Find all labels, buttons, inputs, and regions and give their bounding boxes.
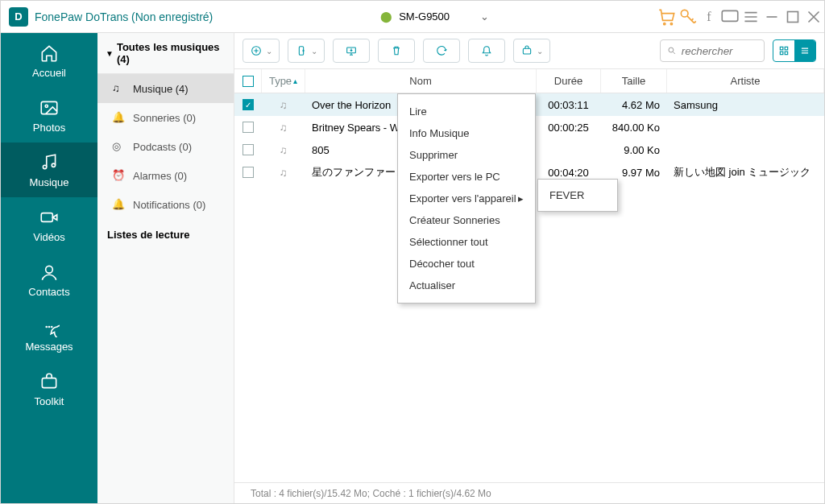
to-pc-button[interactable] — [333, 39, 370, 63]
list-view-icon[interactable] — [794, 40, 815, 61]
svg-point-8 — [52, 163, 55, 167]
context-menu-item[interactable]: Sélectionner tout — [398, 231, 535, 253]
search-input[interactable] — [682, 45, 757, 57]
table-body: ♫ Over the Horizon 00:03:11 4.62 Mo Sams… — [234, 93, 824, 482]
nav-videos[interactable]: Vidéos — [1, 197, 97, 252]
context-menu-item[interactable]: Info Musique — [398, 122, 535, 144]
cell-duree — [537, 138, 601, 161]
status-bar: Total : 4 fichier(s)/15.42 Mo; Coché : 1… — [234, 482, 824, 503]
facebook-icon[interactable]: f — [699, 6, 719, 27]
feedback-icon[interactable] — [719, 6, 740, 27]
add-button[interactable]: ⌄ — [243, 39, 280, 63]
nav-toolkit[interactable]: Toolkit — [1, 361, 97, 416]
context-menu-item[interactable]: Décocher tout — [398, 253, 535, 275]
music-icon: ♫ — [280, 144, 288, 156]
subnav-item[interactable]: 🔔Sonneries (0) — [97, 103, 234, 132]
chevron-right-icon: ▸ — [518, 192, 524, 204]
title-bar: D FonePaw DoTrans (Non enregistré) ⬤ SM-… — [1, 1, 824, 33]
left-nav: Accueil Photos Musique Vidéos Contacts M… — [1, 33, 97, 503]
ringtone-button[interactable] — [468, 39, 505, 63]
header-checkbox[interactable] — [234, 69, 262, 93]
nav-messages[interactable]: Messages — [1, 307, 97, 361]
category-icon: ⏰ — [112, 169, 125, 182]
context-menu-item[interactable]: Créateur Sonneries — [398, 209, 535, 231]
maximize-icon[interactable] — [782, 6, 803, 27]
nav-musique[interactable]: Musique — [1, 143, 97, 197]
svg-rect-22 — [780, 52, 783, 55]
minimize-icon[interactable] — [761, 6, 782, 27]
context-menu-item[interactable]: Supprimer — [398, 144, 535, 166]
delete-button[interactable] — [378, 39, 415, 63]
subnav-header[interactable]: ▼Toutes les musiques (4) — [97, 33, 234, 74]
category-icon: 🔔 — [112, 111, 125, 124]
category-icon: ◎ — [112, 140, 125, 153]
playlists-section: Listes de lecture — [97, 219, 234, 250]
row-checkbox[interactable] — [243, 167, 254, 178]
subnav-item[interactable]: ⏰Alarmes (0) — [97, 161, 234, 190]
search-icon — [667, 45, 677, 56]
android-icon: ⬤ — [380, 10, 392, 23]
toolbar: ⌄ ⌄ ⌄ — [234, 33, 824, 69]
svg-rect-5 — [41, 101, 57, 114]
header-taille[interactable]: Taille — [601, 69, 667, 93]
chevron-down-icon: ⌄ — [480, 10, 489, 23]
refresh-button[interactable] — [423, 39, 460, 63]
row-checkbox[interactable] — [243, 144, 254, 155]
svg-rect-21 — [785, 47, 788, 50]
svg-point-10 — [46, 266, 53, 273]
svg-point-2 — [681, 10, 688, 17]
subnav-item[interactable]: ◎Podcasts (0) — [97, 132, 234, 161]
context-menu-item[interactable]: Exporter vers l'appareil▸ — [398, 188, 535, 209]
cell-taille: 840.00 Ko — [601, 116, 667, 138]
view-toggle[interactable] — [773, 39, 816, 62]
svg-point-7 — [43, 165, 46, 168]
header-name[interactable]: Nom — [305, 69, 537, 93]
context-menu-item[interactable]: Lire — [398, 101, 535, 122]
svg-point-1 — [670, 23, 672, 24]
row-checkbox[interactable] — [243, 99, 254, 110]
svg-point-19 — [669, 48, 674, 52]
svg-rect-23 — [785, 52, 788, 55]
to-device-button[interactable]: ⌄ — [288, 39, 325, 63]
cell-duree: 00:03:11 — [537, 93, 601, 116]
menu-icon[interactable] — [740, 6, 761, 27]
svg-point-0 — [664, 23, 665, 24]
search-box[interactable] — [660, 39, 765, 62]
cart-icon[interactable] — [657, 6, 678, 27]
subnav-item[interactable]: 🔔Notifications (0) — [97, 190, 234, 219]
header-type[interactable]: Type — [262, 69, 305, 93]
nav-photos[interactable]: Photos — [1, 88, 97, 143]
header-duree[interactable]: Durée — [537, 69, 601, 93]
table-header: Type Nom Durée Taille Artiste — [234, 69, 824, 93]
category-icon: ♫ — [112, 82, 125, 95]
svg-rect-14 — [42, 378, 56, 387]
context-menu: LireInfo MusiqueSupprimerExporter vers l… — [397, 93, 536, 304]
header-artist[interactable]: Artiste — [667, 69, 824, 93]
cell-duree: 00:00:25 — [537, 116, 601, 138]
device-selector[interactable]: ⬤ SM-G9500 ⌄ — [364, 7, 505, 26]
music-icon: ♫ — [280, 122, 288, 134]
nav-accueil[interactable]: Accueil — [1, 33, 97, 88]
row-checkbox[interactable] — [243, 122, 254, 133]
context-menu-item[interactable]: Actualiser — [398, 275, 535, 296]
close-icon[interactable] — [803, 6, 824, 27]
nav-contacts[interactable]: Contacts — [1, 252, 97, 307]
context-menu-item[interactable]: Exporter vers le PC — [398, 166, 535, 188]
submenu-item[interactable]: FEVER — [538, 184, 617, 206]
cell-taille: 4.62 Mo — [601, 93, 667, 116]
grid-view-icon[interactable] — [773, 40, 794, 61]
cell-artist — [667, 138, 824, 161]
svg-rect-20 — [780, 47, 783, 50]
context-submenu: FEVER — [537, 179, 618, 212]
key-icon[interactable] — [678, 6, 699, 27]
svg-point-13 — [52, 326, 52, 327]
cell-artist: Samsung — [667, 93, 824, 116]
svg-point-12 — [48, 326, 49, 327]
cell-taille: 9.00 Ko — [601, 138, 667, 161]
svg-rect-9 — [41, 213, 52, 221]
cell-artist — [667, 116, 824, 138]
device-name: SM-G9500 — [399, 10, 450, 23]
subnav-item[interactable]: ♫Musique (4) — [97, 74, 234, 103]
app-logo-icon: D — [9, 7, 28, 27]
toolkit-button[interactable]: ⌄ — [513, 39, 550, 63]
